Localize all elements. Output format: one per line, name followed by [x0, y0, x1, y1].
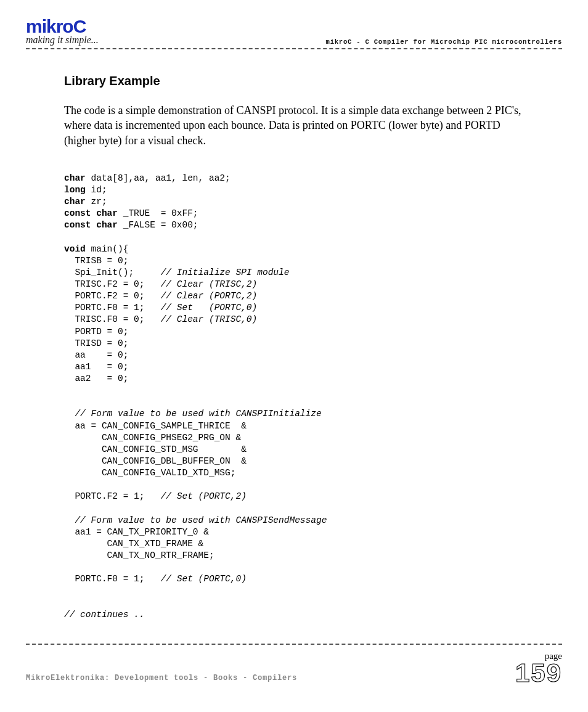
code-listing: char data[8],aa, aa1, len, aa2; long id;…: [64, 173, 526, 621]
header-desc: - C Compiler for Microchip PIC microcont…: [352, 38, 562, 46]
footer-divider: [26, 644, 562, 645]
header-subtitle: mikroC - C Compiler for Microchip PIC mi…: [326, 38, 562, 46]
logo: mikroC: [26, 17, 562, 36]
footer-left-text: MikroElektronika: Development tools - Bo…: [26, 674, 297, 686]
page-footer: MikroElektronika: Development tools - Bo…: [26, 644, 562, 686]
page-number: 159: [515, 660, 562, 686]
footer-right: page 159: [515, 651, 562, 686]
intro-paragraph: The code is a simple demonstration of CA…: [64, 103, 526, 148]
page-header: mikroC making it simple... mikroC - C Co…: [26, 17, 562, 47]
footer-row: MikroElektronika: Development tools - Bo…: [26, 651, 562, 686]
header-brand: mikroC: [326, 38, 353, 46]
section-title: Library Example: [64, 74, 526, 88]
page-content: Library Example The code is a simple dem…: [26, 49, 562, 621]
